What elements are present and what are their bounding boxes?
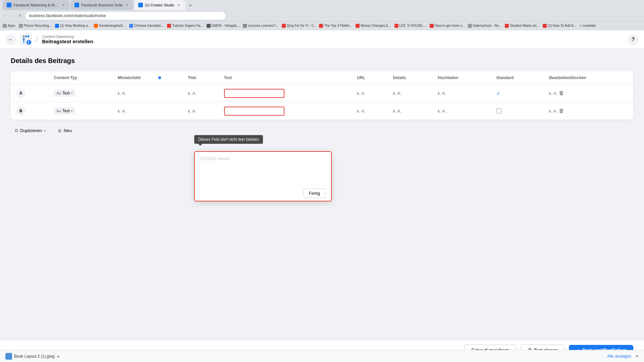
duplizieren-dropdown-arrow: ▾ <box>44 129 46 132</box>
row-b-checkbox[interactable] <box>496 108 502 114</box>
bookmark-apps[interactable]: Apps <box>3 24 15 28</box>
text-editor-popup: Schreib etwas Fertig <box>194 151 332 201</box>
row-a-url-value: k. A. <box>357 91 365 96</box>
col-header-title: Titel <box>182 71 218 84</box>
bookmark-favicon-9 <box>319 24 323 28</box>
bookmark-4[interactable]: Chinese translatio... <box>129 24 164 28</box>
new-tab-button[interactable]: + <box>186 1 195 10</box>
row-a-details: k. A. <box>387 84 432 102</box>
row-a-thumbnail-value: k. A. <box>118 91 126 96</box>
back-button[interactable]: ← <box>5 34 16 45</box>
browser-tab-3[interactable]: (1) Creator Studio ✕ <box>134 0 185 10</box>
download-item: Book Layout 2 (1).jpeg ▲ <box>5 353 60 360</box>
main-content: Details des Beitrags Content-Typ Miniatu… <box>0 49 644 340</box>
type-select-a[interactable]: Aa Text ▾ <box>54 89 75 97</box>
back-nav-icon[interactable]: ← <box>3 13 8 18</box>
bookmark-3[interactable]: Sonderangebot!... <box>94 24 126 28</box>
bookmark-1[interactable]: Phone Recycling... <box>19 24 52 28</box>
download-bar: Book Layout 2 (1).jpeg ▲ Alle anzeigen ✕ <box>0 350 644 362</box>
bookmark-5[interactable]: Tutorial: Eigene Fa... <box>167 24 203 28</box>
col-header-hochladen: Hochladen <box>432 71 491 84</box>
row-b-details-value: k. A. <box>393 109 401 114</box>
bookmark-15[interactable]: (2) How To Add A... <box>543 24 576 28</box>
type-select-icon-b: Aa <box>56 109 61 113</box>
neu-button[interactable]: ⊕ Neu <box>54 125 76 136</box>
bookmark-9[interactable]: The Top 3 Platfor... <box>319 24 352 28</box>
svg-rect-4 <box>28 36 29 37</box>
forward-nav-icon[interactable]: → <box>10 13 15 18</box>
bookmark-6[interactable]: GMSN - Vologda... <box>207 24 239 28</box>
row-b-delete-icon[interactable]: 🗑 <box>559 108 564 114</box>
table-row-b: B Aa Text ▾ k. A <box>11 102 633 120</box>
address-text: business.facebook.com/creatorsudio/home <box>29 13 106 18</box>
tooltip-box: Dieses Feld darf nicht leer bleiben <box>194 135 263 144</box>
bookmark-favicon-10 <box>356 24 360 28</box>
browser-tab-1[interactable]: Facebook Marketing & Werb... ✕ <box>3 0 70 10</box>
tab-close-3[interactable]: ✕ <box>176 3 181 7</box>
bookmark-favicon-14 <box>505 24 509 28</box>
row-b-text-input[interactable] <box>224 107 284 116</box>
row-a-standard: ✓ <box>491 84 544 102</box>
tab-close-2[interactable]: ✕ <box>125 3 129 7</box>
bookmark-13[interactable]: Datenschutz - Re... <box>468 24 502 28</box>
browser-tab-2[interactable]: Facebook Business Suite ✕ <box>70 0 133 10</box>
bookmark-8[interactable]: Qing Fei De Yi - Y... <box>282 24 316 28</box>
table-row-a: A Aa Text ▾ k. A <box>11 84 633 102</box>
bookmark-14[interactable]: Student Wants an... <box>505 24 539 28</box>
row-a-details-value: k. A. <box>393 91 401 96</box>
bookmark-label-12: How to get more v... <box>435 24 465 27</box>
type-select-b[interactable]: Aa Text ▾ <box>54 107 75 115</box>
text-editor-placeholder: Schreib etwas <box>200 156 230 161</box>
address-bar[interactable]: business.facebook.com/creatorsudio/home <box>25 11 226 20</box>
row-a-hochladen: k. A. <box>432 84 491 102</box>
row-label-a: A <box>11 84 48 102</box>
row-b-url: k. A. <box>352 102 387 120</box>
download-file-icon <box>5 353 12 360</box>
bookmark-label-10: Money Changes E... <box>361 24 391 27</box>
download-close-icon[interactable]: ✕ <box>635 354 639 359</box>
bookmark-label-6: GMSN - Vologda... <box>212 24 239 27</box>
help-button[interactable]: ? <box>628 34 639 45</box>
row-b-text[interactable] <box>219 102 352 120</box>
row-a-circle: A <box>16 88 25 98</box>
bookmark-label-13: Datenschutz - Re... <box>473 24 502 27</box>
bookmark-favicon-2 <box>55 24 59 28</box>
row-b-thumbnail: k. A. <box>112 102 183 120</box>
bookmark-favicon-1 <box>19 24 23 28</box>
fertig-button[interactable]: Fertig <box>303 188 326 198</box>
bookmark-10[interactable]: Money Changes E... <box>356 24 391 28</box>
alle-anzeigen-link[interactable]: Alle anzeigen <box>607 354 631 359</box>
row-a-text-input[interactable] <box>224 89 284 98</box>
details-table: Content-Typ Miniaturbild Titel Text URL … <box>11 71 633 120</box>
bookmark-label-8: Qing Fei De Yi - Y... <box>287 24 316 27</box>
col-header-content-type: Content-Typ <box>48 71 112 84</box>
breadcrumb-parent: Content-Sammlung <box>42 35 94 39</box>
reload-icon[interactable]: ↻ <box>17 13 23 18</box>
bookmark-11[interactable]: LEE 'S HOUSE-... <box>394 24 426 28</box>
bookmark-7[interactable]: Lessons Learned f... <box>243 24 278 28</box>
row-a-text[interactable] <box>219 84 352 102</box>
row-a-bearbeiten-label: k. A. <box>549 91 557 96</box>
bookmark-favicon-apps <box>3 24 7 28</box>
row-b-hochladen: k. A. <box>432 102 491 120</box>
bookmark-favicon-15 <box>543 24 547 28</box>
bookmark-label-2: (1) How Working a... <box>60 24 91 27</box>
bookmark-12[interactable]: How to get more v... <box>430 24 465 28</box>
bookmark-leseliste[interactable]: > Leseliste <box>580 24 596 27</box>
duplizieren-icon: ⧉ <box>15 128 18 133</box>
download-chevron-icon[interactable]: ▲ <box>57 354 60 358</box>
bookmark-label-9: The Top 3 Platfor... <box>324 24 352 27</box>
row-b-standard[interactable] <box>491 102 544 120</box>
text-editor-area[interactable]: Schreib etwas <box>195 152 331 185</box>
tab-title-1: Facebook Marketing & Werb... <box>13 3 59 7</box>
bookmark-label-14: Student Wants an... <box>510 24 539 27</box>
row-a-title: k. A. <box>182 84 218 102</box>
row-a-delete-icon[interactable]: 🗑 <box>559 90 564 96</box>
duplizieren-button[interactable]: ⧉ Duplizieren ▾ <box>11 125 50 136</box>
tab-close-1[interactable]: ✕ <box>61 3 66 7</box>
bookmark-2[interactable]: (1) How Working a... <box>55 24 91 28</box>
tooltip-arrow <box>198 144 202 146</box>
row-b-thumbnail-value: k. A. <box>118 109 126 114</box>
row-b-content-type: Aa Text ▾ <box>48 102 112 120</box>
tooltip-wrapper: Dieses Feld darf nicht leer bleiben <box>194 135 263 146</box>
